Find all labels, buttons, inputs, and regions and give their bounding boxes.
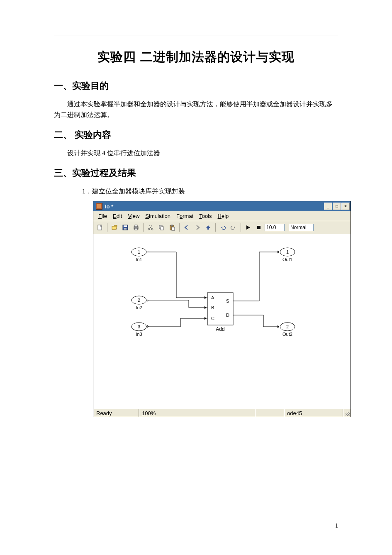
paste-icon[interactable] xyxy=(167,222,177,232)
menu-file[interactable]: File xyxy=(96,212,110,220)
section1-body: 通过本实验掌握半加器和全加器的设计与实现方法，能够使用半加器或全加器设计并实现多… xyxy=(54,99,338,120)
svg-text:Out2: Out2 xyxy=(282,332,292,337)
svg-rect-2 xyxy=(124,225,127,227)
status-bar: Ready 100% ode45 xyxy=(93,409,351,417)
svg-text:1: 1 xyxy=(138,249,140,254)
svg-rect-5 xyxy=(135,225,137,227)
add-block[interactable]: A B C S D Add xyxy=(206,293,234,332)
section2-heading: 二、 实验内容 xyxy=(54,129,338,141)
simulink-window: lo * _ □ × File Edit View Simulation For… xyxy=(93,201,351,417)
menu-edit[interactable]: Edit xyxy=(110,212,124,220)
save-icon[interactable] xyxy=(120,222,130,232)
svg-text:B: B xyxy=(211,305,214,310)
svg-text:3: 3 xyxy=(138,324,140,329)
up-icon[interactable] xyxy=(203,222,213,232)
stop-icon[interactable] xyxy=(254,222,264,232)
svg-rect-12 xyxy=(171,225,173,226)
app-icon xyxy=(96,203,102,210)
svg-text:2: 2 xyxy=(138,298,140,303)
menu-view[interactable]: View xyxy=(125,212,142,220)
menu-simulation[interactable]: Simulation xyxy=(143,212,173,220)
open-icon[interactable] xyxy=(110,222,119,232)
back-icon[interactable] xyxy=(182,222,192,232)
undo-icon[interactable] xyxy=(218,222,228,232)
svg-text:In2: In2 xyxy=(136,305,142,310)
svg-text:Add: Add xyxy=(216,326,224,332)
svg-text:S: S xyxy=(226,298,229,303)
maximize-button[interactable]: □ xyxy=(333,203,341,210)
section2-body: 设计并实现 4 位串行进位加法器 xyxy=(54,148,338,159)
print-icon[interactable] xyxy=(131,222,141,232)
status-solver: ode45 xyxy=(284,409,343,417)
resize-grip-icon[interactable] xyxy=(343,409,351,417)
svg-rect-15 xyxy=(257,226,261,229)
svg-rect-3 xyxy=(124,228,127,230)
svg-text:2: 2 xyxy=(286,324,289,329)
status-zoom: 100% xyxy=(139,409,255,417)
stop-time-input[interactable] xyxy=(265,224,285,231)
in3-block[interactable]: 3 In3 xyxy=(131,323,149,337)
svg-rect-6 xyxy=(135,228,137,230)
svg-text:In3: In3 xyxy=(136,332,142,337)
out1-block[interactable]: 1 Out1 xyxy=(280,248,295,262)
svg-text:Out1: Out1 xyxy=(282,257,292,262)
menu-format[interactable]: Format xyxy=(174,212,196,220)
forward-icon[interactable] xyxy=(192,222,202,232)
cut-icon[interactable] xyxy=(146,222,156,232)
svg-text:C: C xyxy=(211,316,214,321)
svg-rect-0 xyxy=(98,225,102,230)
svg-text:A: A xyxy=(211,295,214,300)
horizontal-rule xyxy=(54,36,338,36)
new-icon[interactable] xyxy=(95,222,105,232)
titlebar[interactable]: lo * _ □ × xyxy=(93,201,351,211)
minimize-button[interactable]: _ xyxy=(324,203,332,210)
in1-block[interactable]: 1 In1 xyxy=(131,248,149,262)
menu-bar: File Edit View Simulation Format Tools H… xyxy=(93,211,351,221)
mode-select[interactable] xyxy=(289,224,314,231)
svg-rect-14 xyxy=(207,228,209,230)
model-canvas[interactable]: 1 In1 2 In2 3 In3 xyxy=(93,234,351,409)
in2-block[interactable]: 2 In2 xyxy=(131,296,149,310)
status-empty xyxy=(255,409,284,417)
window-title: lo * xyxy=(105,203,113,210)
redo-icon[interactable] xyxy=(229,222,239,232)
svg-text:In1: In1 xyxy=(136,257,142,262)
page-number: 1 xyxy=(335,523,338,529)
status-ready: Ready xyxy=(93,409,139,417)
section3-heading: 三、实验过程及结果 xyxy=(54,167,338,179)
svg-rect-10 xyxy=(161,227,163,230)
svg-text:D: D xyxy=(226,313,229,318)
svg-rect-13 xyxy=(172,227,175,230)
toolbar xyxy=(93,221,351,234)
menu-help[interactable]: Help xyxy=(215,212,231,220)
play-icon[interactable] xyxy=(243,222,253,232)
page-title: 实验四 二进制加法器的设计与实现 xyxy=(54,49,338,66)
step1: 1．建立位全加器模块库并实现封装 xyxy=(82,186,338,197)
close-button[interactable]: × xyxy=(341,203,350,210)
section1-heading: 一、实验目的 xyxy=(54,80,338,92)
out2-block[interactable]: 2 Out2 xyxy=(280,323,295,337)
svg-text:1: 1 xyxy=(286,249,289,254)
copy-icon[interactable] xyxy=(156,222,166,232)
menu-tools[interactable]: Tools xyxy=(197,212,214,220)
